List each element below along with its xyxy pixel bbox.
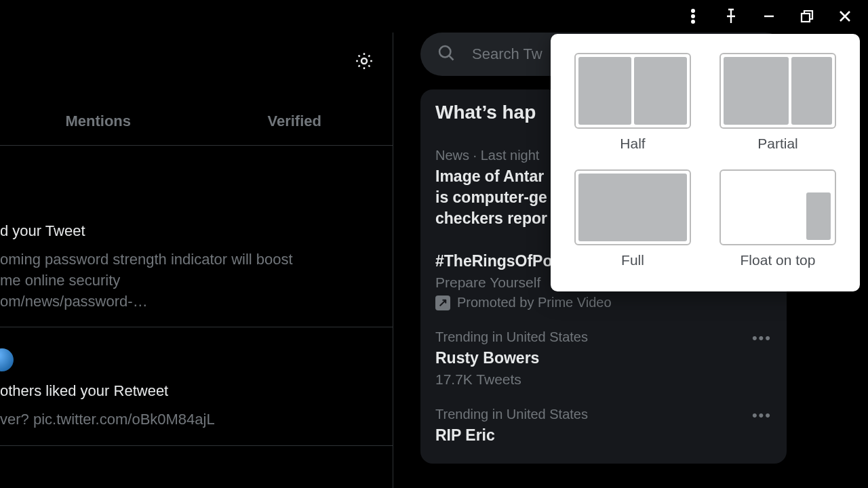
layout-preview — [719, 169, 836, 245]
trend-meta: Trending in United States — [435, 329, 772, 345]
layout-preview — [719, 53, 836, 129]
svg-point-0 — [692, 9, 694, 12]
layout-label: Float on top — [715, 252, 841, 268]
notifications-tabs: Mentions Verified — [0, 100, 393, 146]
layout-preview — [574, 169, 691, 245]
window-layout-popup: Half Partial Full Float on top — [551, 34, 860, 291]
layout-label: Half — [570, 136, 696, 152]
svg-point-5 — [439, 46, 450, 57]
trend-item[interactable]: Trending in United States RIP Eric ••• — [435, 397, 772, 458]
search-placeholder: Search Tw — [472, 45, 542, 63]
restore-icon[interactable] — [797, 7, 816, 26]
trend-title: RIP Eric — [435, 425, 772, 446]
trend-more-icon[interactable]: ••• — [752, 407, 772, 424]
layout-option-partial[interactable]: Partial — [715, 53, 841, 152]
tab-verified[interactable]: Verified — [197, 100, 393, 145]
settings-button[interactable] — [352, 49, 376, 73]
layout-label: Partial — [715, 136, 841, 152]
search-icon — [437, 43, 456, 65]
layout-option-full[interactable]: Full — [570, 169, 696, 268]
trend-promoted: ↗ Promoted by Prime Video — [435, 295, 772, 310]
svg-rect-3 — [802, 14, 810, 22]
svg-point-4 — [361, 58, 367, 64]
notification-item[interactable]: others liked your Retweet ver? pic.twitt… — [0, 350, 393, 446]
trend-meta: Trending in United States — [435, 407, 772, 422]
more-vert-icon[interactable] — [684, 7, 703, 26]
layout-label: Full — [570, 252, 696, 268]
trend-more-icon[interactable]: ••• — [752, 329, 772, 347]
layout-option-half[interactable]: Half — [570, 53, 696, 152]
pin-icon[interactable] — [722, 7, 741, 26]
tab-mentions[interactable]: Mentions — [0, 100, 197, 145]
notification-title: others liked your Retweet — [0, 382, 393, 400]
layout-option-float[interactable]: Float on top — [715, 169, 841, 268]
avatar — [0, 348, 14, 371]
notification-item[interactable]: d your Tweet oming password strength ind… — [0, 222, 393, 327]
notifications-column: Mentions Verified d your Tweet oming pas… — [0, 33, 393, 488]
minimize-icon[interactable] — [760, 7, 778, 26]
promoted-icon: ↗ — [435, 296, 450, 310]
trend-item[interactable]: Trending in United States Rusty Bowers 1… — [435, 320, 772, 397]
notification-body: ver? pic.twitter.com/oBk0M84ajL — [0, 409, 393, 430]
trend-title: Rusty Bowers — [435, 348, 772, 369]
notification-body: oming password strength indicator will b… — [0, 249, 393, 312]
svg-point-1 — [692, 15, 694, 18]
window-titlebar — [684, 0, 868, 33]
svg-point-2 — [692, 20, 694, 23]
close-icon[interactable] — [835, 7, 854, 26]
notification-title: d your Tweet — [0, 222, 393, 240]
layout-preview — [574, 53, 691, 129]
trend-count: 17.7K Tweets — [435, 371, 772, 388]
